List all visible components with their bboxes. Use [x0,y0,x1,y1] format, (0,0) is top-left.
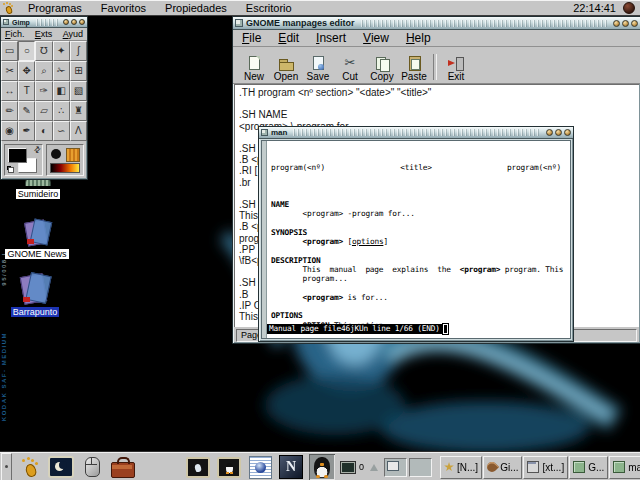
foreground-color-swatch[interactable] [8,148,27,163]
gimp-tool-airbrush[interactable]: ∴ [53,101,70,121]
gimp-tool-clone[interactable]: ♜ [70,101,87,121]
exit-icon [448,55,464,71]
gimp-tool-bucket-fill[interactable]: ◧ [53,81,70,101]
top-menu-escritorio[interactable]: Escritorio [246,2,292,14]
editor-menu-view[interactable]: View [363,31,389,45]
brush-pattern-gradient-indicator[interactable] [46,144,85,176]
gimp-tool-magnify[interactable]: ⌕ [35,61,52,81]
toolbox-launcher[interactable] [110,454,136,480]
gimp-tool-transform[interactable]: ⊞ [70,61,87,81]
man-titlebar[interactable]: man [259,127,573,139]
brush-indicator[interactable] [51,149,61,159]
minimize-button[interactable] [613,20,620,27]
task-button-g[interactable]: G... [569,456,608,479]
close-button[interactable] [564,129,571,136]
task-button-man[interactable]: man [609,456,640,479]
editor-titlebar[interactable]: GNOME manpages editor [233,17,640,30]
gimp-tool-eraser[interactable]: ▱ [35,101,52,121]
gimp-tool-intelligent-scissors[interactable]: ✂ [1,61,18,81]
gimp-tool-dodge-burn[interactable]: ◐ [35,121,52,141]
top-menu-propiedades[interactable]: Propiedades [165,2,227,14]
pager-status-text: Manual page file46jKUn line 1/66 (END) [267,324,442,334]
screensaver-launcher[interactable] [48,454,74,480]
man-line [271,218,568,227]
gimp-toolbox-window: Gimp Fich.ExtsAyud ▭○℧✦ʃ✂✥⌕✁⊞↔T✑◧▧✏✎▱∴♜◉… [0,16,88,180]
desktop-icon-barrapunto[interactable]: Barrapunto [2,272,68,317]
editor-menu-help[interactable]: Help [406,31,431,45]
clock-applet[interactable]: 22:14:41 [573,2,616,14]
gimp-menu-ayud[interactable]: Ayud [63,29,83,39]
desktop-icon-gnome-news[interactable]: GNOME News [4,218,70,259]
gimp-tool-free-select[interactable]: ℧ [35,41,52,61]
gimp-tool-rect-select[interactable]: ▭ [1,41,18,61]
editor-menu-file[interactable]: File [242,31,261,45]
gimp-tool-flip[interactable]: ↔ [1,81,18,101]
mouse-launcher[interactable] [79,454,105,480]
toolbar-button-label: Copy [370,71,393,82]
gimp-titlebar[interactable]: Gimp [1,17,87,28]
tux-launcher[interactable] [309,454,335,480]
netscape-throbber-launcher[interactable] [247,454,273,480]
toolbar-cut-button[interactable]: ✂Cut [334,55,366,82]
top-menu-favoritos[interactable]: Favoritos [101,2,146,14]
swap-colors-icon[interactable]: ⇄ [32,144,43,155]
task-button-gi[interactable]: Gi... [483,456,522,479]
close-button[interactable] [631,20,638,27]
minimize-button[interactable] [63,19,69,25]
gimp-menu-fich[interactable]: Fich. [5,29,25,39]
editor-menu-edit[interactable]: Edit [278,31,299,45]
man-terminal-window: man program(<nº)<title>program(<nº) NAME… [258,126,574,342]
gradient-indicator[interactable] [50,163,81,173]
xterm-launcher[interactable] [216,454,242,480]
toolbar-open-button[interactable]: Open [270,55,302,82]
gimp-tool-grid: ▭○℧✦ʃ✂✥⌕✁⊞↔T✑◧▧✏✎▱∴♜◉✒◐∽Λ [1,41,87,141]
pager-status-line: Manual page file46jKUn line 1/66 (END) [267,323,449,335]
gimp-tool-crop[interactable]: ✁ [53,61,70,81]
task-button-xt[interactable]: [xt...] [523,456,568,479]
gnome-foot-icon[interactable] [3,2,15,14]
man-line: <program> is for... [271,293,568,302]
gimp-tool-convolve[interactable]: ◉ [1,121,18,141]
close-button[interactable] [79,19,85,25]
pattern-indicator[interactable] [66,148,80,162]
triangle-applet-icon[interactable] [370,464,378,471]
gimp-tool-measure[interactable]: Λ [70,121,87,141]
gimp-tool-bezier-select[interactable]: ʃ [70,41,87,61]
gnome-terminal-launcher[interactable] [185,454,211,480]
maximize-button[interactable] [555,129,562,136]
gimp-tool-ink[interactable]: ✒ [18,121,35,141]
applet-icon[interactable] [623,2,635,14]
deskguide-applet[interactable]: 0 [340,461,364,474]
gimp-tool-ellipse-select[interactable]: ○ [18,41,35,61]
minimize-button[interactable] [546,129,553,136]
panel-hide-button-left[interactable] [1,453,12,480]
gimp-tool-paintbrush[interactable]: ✎ [18,101,35,121]
toolbar-save-button[interactable]: Save [302,55,334,82]
top-menu-programas[interactable]: Programas [28,2,82,14]
toolbar-copy-button[interactable]: Copy [366,55,398,82]
gimp-tool-smudge[interactable]: ∽ [53,121,70,141]
toolbar-new-button[interactable]: New [238,55,270,82]
editor-menu-insert[interactable]: Insert [316,31,346,45]
reset-colors-icon[interactable] [7,166,14,173]
gimp-tool-color-picker[interactable]: ✑ [35,81,52,101]
gimp-tool-blend[interactable]: ▧ [70,81,87,101]
maximize-button[interactable] [71,19,77,25]
editor-toolbar: NewOpenSave✂CutCopyPasteExit [233,47,640,84]
man-title: man [271,128,287,137]
pager-desktop-2[interactable] [409,458,432,477]
gimp-tool-fuzzy-select[interactable]: ✦ [53,41,70,61]
toolbar-exit-button[interactable]: Exit [440,55,472,82]
gimp-tool-text[interactable]: T [18,81,35,101]
maximize-button[interactable] [622,20,629,27]
terminal-scrollbar[interactable] [262,141,267,338]
toolbar-paste-button[interactable]: Paste [398,55,430,82]
netscape-launcher[interactable]: N [278,454,304,480]
main-menu-launcher[interactable] [17,454,43,480]
task-button-n[interactable]: [N...] [440,456,482,479]
pager-desktop-1[interactable] [384,458,407,477]
gimp-menu-exts[interactable]: Exts [35,29,53,39]
fg-bg-color-selector[interactable]: ⇄ [4,144,43,176]
gimp-tool-move[interactable]: ✥ [18,61,35,81]
gimp-tool-pencil[interactable]: ✏ [1,101,18,121]
